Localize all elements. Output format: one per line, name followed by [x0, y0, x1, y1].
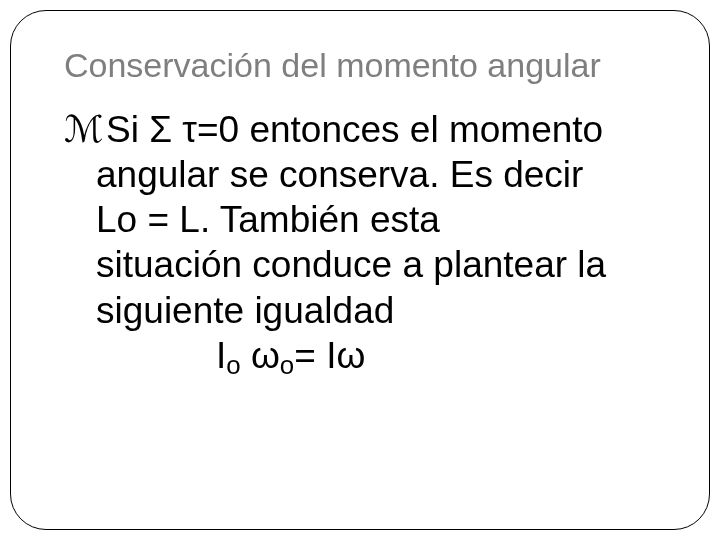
eq-omega1: ω	[251, 335, 280, 376]
eq-I1: I	[216, 335, 226, 376]
bullet-icon: ℳ	[64, 109, 104, 150]
text-line-5: siguiente igualdad	[96, 288, 674, 333]
slide: Conservación del momento angular ℳSi Σ τ…	[0, 0, 720, 540]
text-line-3: Lo = L. También esta	[96, 197, 674, 242]
bullet-line-1: ℳSi Σ τ=0 entonces el momento	[64, 107, 674, 152]
eq-sub-o2: o	[280, 351, 294, 379]
eq-mid: = I	[294, 335, 336, 376]
text-line-4: situación conduce a plantear la	[96, 242, 674, 287]
body-text: ℳSi Σ τ=0 entonces el momento angular se…	[64, 107, 674, 378]
text-line-1: Si Σ τ=0 entonces el momento	[106, 109, 603, 150]
text-line-2: angular se conserva. Es decir	[96, 152, 674, 197]
slide-title: Conservación del momento angular	[64, 46, 684, 85]
eq-omega2: ω	[336, 335, 365, 376]
eq-sub-o1: o	[226, 351, 240, 379]
eq-sp1	[241, 335, 251, 376]
equation: Io ωo= Iω	[96, 333, 674, 378]
